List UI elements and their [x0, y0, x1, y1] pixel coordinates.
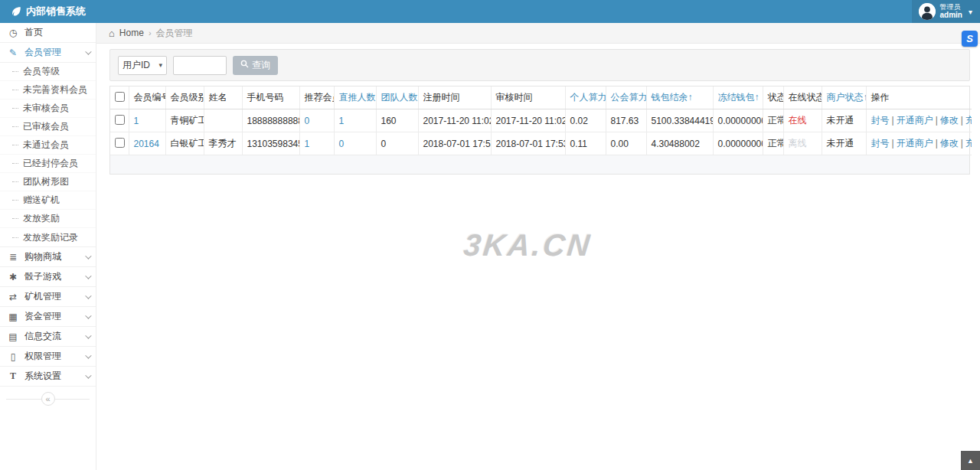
sidebar-item-home[interactable]: ◷ 首页	[0, 23, 96, 43]
sidebar-item-miner-mgmt[interactable]: ⇄ 矿机管理	[0, 287, 96, 307]
sidebar-subitem-team-tree[interactable]: 团队树形图	[0, 173, 96, 191]
recharge-link[interactable]: 充值	[965, 138, 972, 149]
sidebar-subitem-reviewed-members[interactable]: 已审核会员	[0, 118, 96, 136]
edit-link[interactable]: 修改	[940, 115, 959, 126]
chevron-down-icon	[85, 292, 91, 299]
sidebar-subitem-member-level[interactable]: 会员等级	[0, 63, 96, 81]
search-panel: 用户ID ▾ 查询	[109, 49, 970, 81]
merchant-status: 未开通	[822, 132, 866, 155]
guild-power: 0.00	[606, 132, 646, 155]
breadcrumb-current: 会员管理	[156, 27, 193, 40]
chevron-down-icon	[85, 372, 91, 378]
sidebar-item-member-mgmt[interactable]: ✎ 会员管理	[0, 43, 96, 63]
table-row: 1 青铜矿工 18888888888 0 1 160 2017-11-20 11…	[110, 109, 972, 132]
user-role: 管理员	[940, 3, 962, 11]
chevron-down-icon	[85, 352, 91, 358]
open-merchant-link[interactable]: 开通商户	[897, 115, 933, 126]
sidebar-subitem-rejected-members[interactable]: 未通过会员	[0, 136, 96, 155]
table-footer	[110, 155, 969, 174]
col-guild-power-sort[interactable]: 公会算力↑	[606, 86, 646, 109]
col-frozen-wallet-sort[interactable]: 冻结钱包↑	[713, 86, 763, 109]
sidebar-subitem-gift-miner[interactable]: 赠送矿机	[0, 191, 96, 210]
app-title: 内部销售系统	[26, 5, 86, 18]
guild-power: 817.63	[606, 109, 646, 132]
ban-link[interactable]: 封号	[871, 115, 890, 126]
avatar	[919, 3, 936, 20]
personal-power: 0.02	[565, 109, 606, 132]
member-level: 白银矿工	[165, 132, 204, 155]
direct-count-link[interactable]: 1	[339, 116, 345, 126]
sidebar-subitem-reward-records[interactable]: 发放奖励记录	[0, 228, 96, 246]
status: 正常	[763, 109, 783, 132]
sidebar-subitem-unreviewed-members[interactable]: 未审核会员	[0, 100, 96, 118]
edit-link[interactable]: 修改	[940, 138, 959, 149]
col-audit-time: 审核时间	[491, 86, 565, 109]
audit-time: 2017-11-20 11:02	[491, 109, 565, 132]
sidebar-subitem-incomplete-members[interactable]: 未完善资料会员	[0, 81, 96, 100]
main-content: ⌂ Home › 会员管理 用户ID ▾ 查询	[96, 23, 980, 470]
search-field-select[interactable]: 用户ID ▾	[118, 56, 167, 75]
row-checkbox[interactable]	[115, 115, 125, 125]
sidebar-item-system-settings[interactable]: T 系统设置	[0, 367, 96, 387]
frozen-wallet: 0.00000000	[713, 132, 763, 155]
user-menu[interactable]: 管理员 admin ▾	[912, 0, 980, 23]
scroll-to-top-button[interactable]: ▲	[961, 451, 980, 470]
operations-cell: 封号|开通商户|修改|充值	[866, 109, 972, 132]
watermark: 3KA.CN	[462, 228, 594, 263]
referrer-link[interactable]: 1	[305, 139, 310, 149]
chevron-down-icon	[85, 253, 91, 259]
user-login: admin	[940, 11, 962, 20]
edit-icon: ✎	[8, 47, 18, 58]
sidebar-subitem-banned-members[interactable]: 已经封停会员	[0, 155, 96, 173]
team-count: 160	[376, 109, 418, 132]
online-status: 在线	[789, 115, 807, 126]
extension-badge[interactable]: S	[962, 31, 978, 47]
col-personal-power-sort[interactable]: 个人算力↑	[565, 86, 606, 109]
app-logo[interactable]: 内部销售系统	[0, 0, 96, 23]
status: 正常	[763, 132, 783, 155]
sidebar-item-messages[interactable]: ▤ 信息交流	[0, 327, 96, 347]
open-merchant-link[interactable]: 开通商户	[897, 138, 933, 149]
personal-power: 0.11	[565, 132, 606, 155]
caret-down-icon: ▾	[158, 61, 162, 69]
member-name: 李秀才	[204, 132, 242, 155]
breadcrumb: ⌂ Home › 会员管理	[96, 23, 980, 44]
frozen-wallet: 0.00000000	[713, 109, 763, 132]
sidebar-item-funds-mgmt[interactable]: ▦ 资金管理	[0, 307, 96, 327]
col-merchant-status-sort[interactable]: 商户状态↑	[822, 86, 866, 109]
chevron-down-icon	[85, 312, 91, 318]
row-checkbox[interactable]	[115, 138, 125, 148]
select-all-checkbox[interactable]	[115, 92, 125, 102]
chevron-down-icon	[85, 48, 91, 54]
ban-link[interactable]: 封号	[871, 138, 890, 149]
wallet-balance: 5100.33844419	[646, 109, 713, 132]
tablet-icon: ▤	[8, 331, 18, 342]
member-phone: 18888888888	[242, 109, 299, 132]
list-icon: ≣	[8, 252, 18, 263]
breadcrumb-home[interactable]: Home	[119, 28, 144, 38]
sidebar-item-permissions[interactable]: ▯ 权限管理	[0, 347, 96, 367]
wallet-balance: 4.30488002	[646, 132, 713, 155]
search-input[interactable]	[173, 56, 227, 75]
sidebar-subitem-grant-reward[interactable]: 发放奖励	[0, 210, 96, 228]
col-operations: 操作	[866, 86, 972, 109]
direct-count-link[interactable]: 0	[339, 139, 345, 149]
members-table: 会员编号 会员级别 姓名 手机号码 推荐会员 直推人数↑ 团队人数↑ 注册时间 …	[110, 86, 972, 155]
search-button[interactable]: 查询	[233, 56, 278, 75]
col-team-count-sort[interactable]: 团队人数↑	[376, 86, 418, 109]
member-id-link[interactable]: 1	[134, 116, 139, 126]
recharge-link[interactable]: 充值	[965, 115, 972, 126]
member-id-link[interactable]: 20164	[134, 139, 159, 149]
sidebar: ◷ 首页 ✎ 会员管理 会员等级 未完善资料会员 未审核会员 已审核会员 未通过…	[0, 23, 96, 470]
sidebar-collapse-button[interactable]: «	[41, 392, 55, 406]
members-table-panel: 会员编号 会员级别 姓名 手机号码 推荐会员 直推人数↑ 团队人数↑ 注册时间 …	[109, 86, 970, 175]
sidebar-item-shop[interactable]: ≣ 购物商城	[0, 247, 96, 267]
referrer-link[interactable]: 0	[305, 116, 310, 126]
col-wallet-balance-sort[interactable]: 钱包结余↑	[646, 86, 713, 109]
home-icon: ⌂	[109, 28, 115, 39]
sidebar-item-dice-game[interactable]: ✱ 骰子游戏	[0, 267, 96, 287]
online-status: 离线	[789, 138, 807, 149]
col-name: 姓名	[204, 86, 242, 109]
dashboard-icon: ◷	[8, 28, 18, 38]
col-direct-count-sort[interactable]: 直推人数↑	[334, 86, 376, 109]
